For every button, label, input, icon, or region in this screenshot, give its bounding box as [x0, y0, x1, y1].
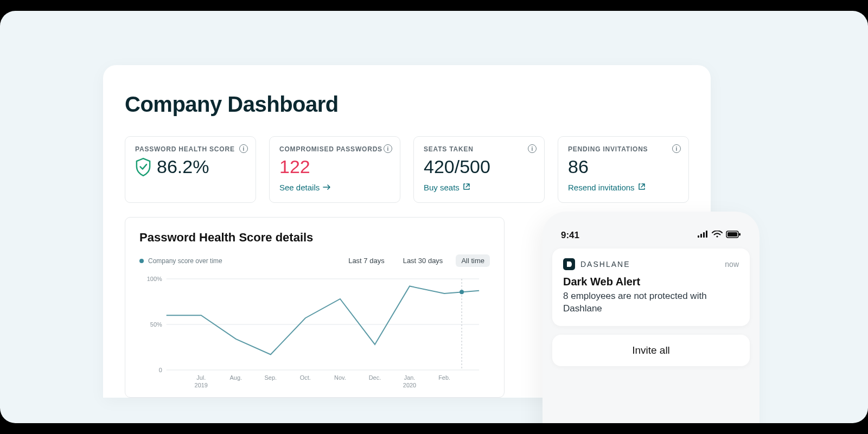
svg-text:Aug.: Aug. — [230, 374, 242, 381]
range-selector: Last 7 days Last 30 days All time — [343, 254, 490, 267]
card-label: PASSWORD HEALTH SCORE — [135, 145, 246, 153]
card-label: SEATS TAKEN — [424, 145, 534, 153]
svg-text:Sep.: Sep. — [265, 374, 277, 381]
svg-rect-24 — [727, 232, 737, 237]
range-30d[interactable]: Last 30 days — [398, 254, 449, 267]
svg-text:2020: 2020 — [403, 382, 416, 388]
page-panel: Company Dashboard PASSWORD HEALTH SCORE … — [0, 11, 868, 423]
svg-text:100%: 100% — [147, 276, 162, 282]
chart-plot: 050%100%Jul.2019Aug.Sep.Oct.Nov.Dec.Jan.… — [139, 272, 490, 392]
dashlane-logo-icon — [563, 258, 575, 270]
card-label: COMPROMISED PASSWORDS — [279, 145, 390, 153]
statusbar-time: 9:41 — [561, 230, 579, 241]
svg-rect-18 — [698, 235, 699, 238]
notification-body: 8 employees are not protected with Dashl… — [563, 290, 739, 315]
svg-point-17 — [459, 290, 464, 294]
card-value: 122 — [279, 156, 390, 177]
card-value: 420/500 — [424, 156, 534, 177]
svg-rect-20 — [703, 232, 705, 238]
legend-label: Company score over time — [148, 257, 222, 265]
svg-text:Jan.: Jan. — [404, 374, 416, 381]
range-all[interactable]: All time — [456, 254, 490, 267]
chart-card: Password Health Score details Company sc… — [125, 217, 505, 398]
svg-text:Feb.: Feb. — [438, 374, 450, 381]
card-value: 86 — [568, 156, 679, 177]
battery-icon — [726, 231, 741, 240]
metric-cards-row: PASSWORD HEALTH SCORE i 86.2% COMPROMISE… — [125, 136, 689, 203]
notification-title: Dark Web Alert — [563, 276, 739, 288]
svg-rect-21 — [706, 231, 707, 238]
shield-check-icon — [135, 158, 151, 176]
card-value: 86.2% — [135, 156, 246, 177]
external-link-icon — [463, 183, 470, 192]
link-label: See details — [279, 183, 320, 192]
phone-mockup: 9:41 DASHLANE — [542, 212, 760, 423]
range-7d[interactable]: Last 7 days — [343, 254, 390, 267]
chart-legend: Company score over time — [139, 257, 222, 265]
card-password-health: PASSWORD HEALTH SCORE i 86.2% — [125, 136, 256, 203]
chart-title: Password Health Score details — [139, 231, 490, 245]
svg-text:Jul.: Jul. — [196, 374, 206, 381]
wifi-icon — [712, 231, 723, 240]
buy-seats-link[interactable]: Buy seats — [424, 183, 470, 192]
notification-card[interactable]: DASHLANE now Dark Web Alert 8 employees … — [552, 248, 750, 326]
notification-time: now — [725, 260, 739, 269]
svg-text:0: 0 — [159, 367, 162, 373]
resend-invitations-link[interactable]: Resend invitations — [568, 183, 646, 192]
svg-text:2019: 2019 — [195, 382, 208, 388]
health-score-value: 86.2% — [157, 156, 209, 177]
info-icon[interactable]: i — [239, 144, 248, 153]
card-compromised: COMPROMISED PASSWORDS i 122 See details — [269, 136, 400, 203]
info-icon[interactable]: i — [384, 144, 392, 153]
cellular-icon — [698, 231, 709, 240]
info-icon[interactable]: i — [672, 144, 681, 153]
see-details-link[interactable]: See details — [279, 183, 331, 192]
card-seats: SEATS TAKEN i 420/500 Buy seats — [413, 136, 545, 203]
statusbar-icons — [698, 231, 741, 240]
phone-statusbar: 9:41 — [552, 227, 750, 248]
card-label: PENDING INVITATIONS — [568, 145, 679, 153]
svg-rect-19 — [700, 234, 702, 238]
link-label: Resend invitations — [568, 183, 635, 192]
info-icon[interactable]: i — [528, 144, 537, 153]
external-link-icon — [638, 183, 646, 192]
svg-text:Dec.: Dec. — [369, 374, 381, 381]
svg-text:Oct.: Oct. — [300, 374, 311, 381]
svg-rect-25 — [739, 233, 741, 236]
link-label: Buy seats — [424, 183, 459, 192]
page-title: Company Dashboard — [125, 92, 689, 117]
legend-dot-icon — [139, 259, 144, 263]
svg-point-22 — [716, 235, 718, 237]
card-invitations: PENDING INVITATIONS i 86 Resend invitati… — [558, 136, 689, 203]
arrow-right-icon — [323, 183, 331, 192]
notification-app-name: DASHLANE — [580, 260, 630, 269]
invite-all-button[interactable]: Invite all — [552, 335, 750, 366]
svg-text:50%: 50% — [150, 321, 162, 328]
svg-text:Nov.: Nov. — [334, 374, 346, 381]
